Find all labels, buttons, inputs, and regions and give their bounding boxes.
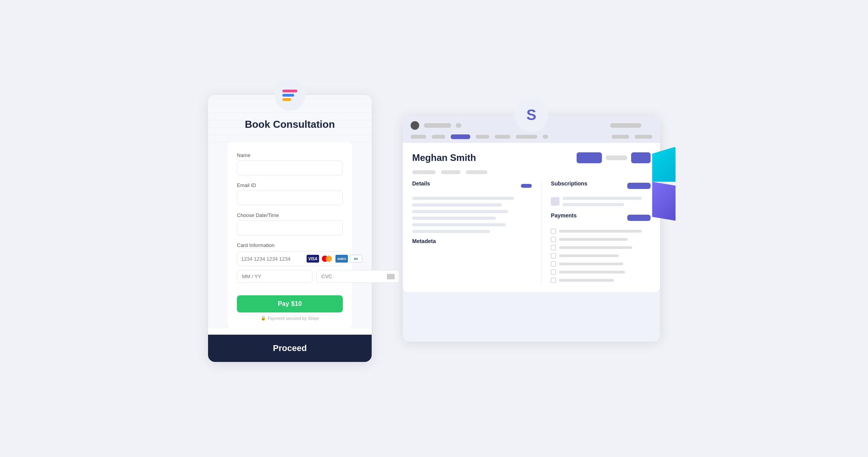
action-btn-1[interactable] — [577, 152, 602, 163]
meta-1 — [412, 170, 436, 174]
card-info-group: Card Information VISA AMEX DC — [237, 242, 343, 283]
user-meta-row — [412, 170, 651, 174]
payment-lines-4 — [559, 254, 651, 257]
payment-line-3a — [559, 246, 632, 249]
content-top: Meghan Smith — [412, 152, 651, 163]
secure-badge: 🔒 Payment secured by Stripe — [237, 316, 343, 321]
card-expiry-input[interactable] — [237, 270, 312, 283]
action-btn-2[interactable] — [606, 155, 627, 160]
payment-lines-6 — [559, 271, 651, 273]
tab-3[interactable] — [476, 135, 489, 139]
detail-line-2 — [412, 203, 502, 206]
user-info: Meghan Smith — [412, 152, 476, 163]
payment-lines-3 — [559, 246, 651, 249]
payment-row-4 — [551, 253, 651, 258]
header-search-pill — [610, 123, 641, 128]
payment-row-3 — [551, 245, 651, 250]
subscriptions-title: Subscriptions — [551, 180, 587, 187]
header-avatar-dot — [411, 121, 419, 130]
payment-line-6a — [559, 271, 625, 273]
action-btn-3[interactable] — [631, 152, 651, 163]
secure-text: Payment secured by Stripe — [268, 316, 319, 321]
two-col-layout: Details Metadeta — [412, 180, 651, 286]
card-bottom-row — [237, 270, 343, 283]
right-logo: S — [515, 99, 548, 132]
dashboard-card: S — [403, 116, 660, 342]
tab-4[interactable] — [495, 135, 510, 139]
checkbox-7[interactable] — [551, 278, 556, 283]
tab-5[interactable] — [516, 135, 537, 139]
checkbox-2[interactable] — [551, 237, 556, 242]
logo-bars — [282, 90, 297, 101]
card-title: Book Consultation — [228, 118, 352, 131]
details-header: Details — [412, 180, 532, 191]
card-cvc-input[interactable] — [321, 273, 387, 279]
header-chevron — [456, 123, 461, 128]
tab-right-2[interactable] — [635, 135, 652, 139]
payment-lines-1 — [559, 230, 651, 233]
shape-cyan — [652, 147, 676, 182]
date-label: Choose Date/Time — [237, 212, 343, 218]
subscription-lines — [563, 197, 651, 206]
pay-button[interactable]: Pay $10 — [237, 295, 343, 312]
payment-lines-7 — [559, 279, 651, 282]
date-input[interactable] — [237, 221, 343, 235]
detail-line-4 — [412, 217, 496, 220]
proceed-bar[interactable]: Proceed — [208, 335, 372, 362]
shape-purple — [652, 182, 676, 221]
lock-icon: 🔒 — [261, 316, 266, 321]
logo-bar-yellow — [282, 98, 291, 101]
form-section: Name Email ID Choose Date/Time Card Info… — [228, 141, 352, 328]
right-inner: Meghan Smith Details — [403, 116, 660, 342]
card-inner: Book Consultation Name Email ID Choose D… — [208, 95, 372, 328]
payments-badge[interactable] — [627, 215, 651, 221]
tab-chevron — [543, 135, 548, 139]
tab-active[interactable] — [451, 134, 470, 139]
book-consultation-card: Book Consultation Name Email ID Choose D… — [208, 95, 372, 362]
payment-row-6 — [551, 270, 651, 275]
detail-line-3 — [412, 210, 508, 213]
logo-icon — [274, 79, 305, 111]
email-input[interactable] — [237, 191, 343, 205]
right-logo-letter: S — [526, 107, 536, 124]
checkbox-1[interactable] — [551, 229, 556, 234]
subscription-thumb — [551, 197, 559, 206]
left-column: Details Metadeta — [412, 180, 532, 286]
checkbox-5[interactable] — [551, 261, 556, 266]
checkbox-4[interactable] — [551, 253, 556, 258]
header-tabs — [411, 134, 652, 143]
visa-icon: VISA — [307, 255, 319, 263]
subscriptions-badge[interactable] — [627, 183, 651, 189]
name-input[interactable] — [237, 161, 343, 175]
user-name: Meghan Smith — [412, 152, 476, 163]
details-badge[interactable] — [521, 184, 532, 188]
diners-icon: DC — [350, 255, 362, 263]
card-number-input[interactable] — [241, 256, 307, 262]
tab-1[interactable] — [411, 135, 426, 139]
payment-line-2a — [559, 238, 628, 241]
tab-right-1[interactable] — [612, 135, 629, 139]
payment-row-2 — [551, 237, 651, 242]
metadeta-title: Metadeta — [412, 238, 436, 244]
mastercard-icon — [321, 255, 333, 263]
payments-title: Payments — [551, 212, 577, 219]
card-icons: VISA AMEX DC — [307, 255, 362, 263]
metadeta-section: Metadeta — [412, 238, 532, 245]
card-label: Card Information — [237, 242, 343, 248]
payment-lines-5 — [559, 263, 651, 265]
sub-line-1 — [563, 197, 642, 200]
cvc-chip-icon — [387, 274, 395, 279]
payment-lines-2 — [559, 238, 651, 241]
email-label: Email ID — [237, 182, 343, 188]
payment-line-1a — [559, 230, 641, 233]
payment-line-4a — [559, 254, 619, 257]
tab-2[interactable] — [432, 135, 445, 139]
name-group: Name — [237, 152, 343, 175]
detail-line-6 — [412, 230, 490, 233]
checkbox-3[interactable] — [551, 245, 556, 250]
checkbox-6[interactable] — [551, 270, 556, 275]
3d-decoration — [652, 147, 676, 221]
date-group: Choose Date/Time — [237, 212, 343, 235]
payment-line-7a — [559, 279, 614, 282]
card-cvc-wrap — [316, 270, 400, 283]
